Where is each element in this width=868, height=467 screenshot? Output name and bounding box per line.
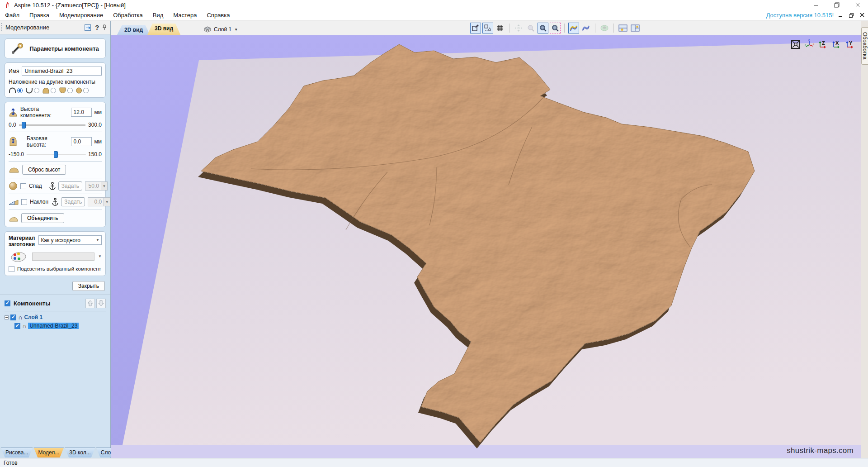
shape-parameters-box: Высота компонента: 12.0 мм 0.0 300.0 [5,102,106,227]
tab-clipart[interactable]: 3D кол... [65,448,95,457]
tilt-set-button[interactable]: Задать [61,197,85,206]
window-title: Aspire 10.512 - {Zamueco[TPC]} - [Новый] [14,2,126,9]
components-visibility-checkbox[interactable] [5,300,10,306]
layer-name[interactable]: Слой 1 [24,314,42,320]
shaded-components-icon[interactable] [568,23,579,33]
mdi-close-button[interactable] [858,12,866,19]
layout-2d3d-icon[interactable] [618,23,628,33]
menu-view[interactable]: Вид [148,10,169,20]
tab-toolpaths-flyout[interactable]: Обработка [861,27,868,65]
y-axis-view-icon[interactable]: Y [844,39,855,50]
color-select-arrow-icon[interactable]: ▼ [98,254,102,258]
tab-2d-view[interactable]: 2D вид [117,25,150,35]
component-name-input[interactable]: Unnamed-Brazil_23 [22,67,102,76]
viewport-3d[interactable]: zxy Z X Y shustrik-maps.com [111,35,861,458]
toggle-grid-icon[interactable] [495,23,505,33]
component-name[interactable]: Unnamed-Brazil_23 [28,323,79,329]
tilt-checkbox[interactable] [21,199,27,205]
zoom-extents-icon[interactable] [470,23,481,33]
fade-anchor-icon[interactable] [49,182,56,190]
tilt-anchor-icon[interactable] [52,198,58,206]
base-slider-min: -150.0 [9,151,24,157]
component-height-slider[interactable] [19,121,85,129]
panel-pin-icon[interactable] [102,24,107,30]
tilt-value-spinner[interactable]: 0.0 ▼ [88,197,110,206]
layer-selector-arrow-icon[interactable]: ▼ [234,28,238,32]
move-component-up-button[interactable] [85,299,95,308]
svg-text:y: y [805,43,806,46]
combine-add-icon [9,87,16,94]
active-layer-selector[interactable]: Слой 1 [214,26,231,33]
close-button[interactable]: Закрыть [72,281,105,291]
viewport-canvas[interactable] [111,35,861,458]
base-height-slider[interactable] [27,151,85,158]
update-version-link[interactable]: Доступна версия 10.515! [766,12,834,19]
component-color-select[interactable] [32,253,94,261]
highlight-component-checkbox[interactable] [9,266,14,272]
palette-icon[interactable] [9,251,28,262]
combine-subtract-radio[interactable] [34,88,39,93]
view-toolbar: 2D вид 3D вид Слой 1 ▼ [111,21,861,35]
zoom-to-drawing-icon[interactable] [482,23,493,33]
move-component-down-button[interactable] [96,299,106,308]
panel-header: Моделирование ? [0,21,110,34]
component-checkbox[interactable] [14,323,20,329]
layer-checkbox[interactable] [10,315,16,320]
reset-heights-button[interactable]: Сброс высот [22,165,66,175]
component-height-unit: мм [94,109,102,115]
panel-switch-icon[interactable] [85,24,92,31]
window-close-button[interactable] [847,0,868,10]
tilt-spinner-drop-icon[interactable]: ▼ [104,198,110,206]
combine-merge-low-radio[interactable] [67,88,73,93]
base-height-input[interactable]: 0.0 [71,137,92,146]
tab-drawing[interactable]: Рисова... [1,448,33,457]
component-properties-box: Параметры компонента [5,38,106,58]
left-panel-tabs: Рисова... Модел... 3D кол... Слои [0,447,110,458]
iso-view-icon[interactable]: zxy [804,39,815,50]
window-minimize-button[interactable] [806,0,826,10]
window-restore-button[interactable] [826,0,847,10]
menu-gadgets[interactable]: Мастера [168,10,202,20]
fade-checkbox[interactable] [20,183,26,189]
menu-file[interactable]: Файл [0,10,24,20]
zoom-tool-icon[interactable] [525,23,536,33]
panel-help-icon[interactable]: ? [95,24,99,31]
tab-3d-view[interactable]: 3D вид [147,24,180,35]
menu-toolpaths[interactable]: Обработка [108,10,148,20]
fade-set-button[interactable]: Задать [58,181,82,191]
fit-view-icon[interactable] [790,39,801,50]
z-axis-view-icon[interactable]: Z [817,39,828,50]
pan-view-icon[interactable] [513,23,524,33]
menu-help[interactable]: Справка [202,10,235,20]
layout-multi-icon[interactable] [630,23,641,33]
menu-modeling[interactable]: Моделирование [54,10,108,20]
tab-modeling[interactable]: Модел... [33,448,64,457]
name-label: Имя [9,68,19,74]
layers-icon [204,26,211,33]
component-tree-row[interactable]: ∩ Unnamed-Brazil_23 [14,322,106,330]
bake-component-button[interactable]: Объединить [21,213,64,223]
layer-tree-row[interactable]: ∩ Слой 1 [5,313,106,322]
combine-merge-high-radio[interactable] [51,88,56,93]
combine-merge-high-icon [42,87,50,94]
panel-drag-grip[interactable] [1,23,3,32]
mdi-restore-button[interactable] [847,12,855,19]
component-outlines-icon[interactable] [580,23,591,33]
zoom-window-icon[interactable] [538,23,548,33]
layer-shape-icon: ∩ [18,315,22,320]
mdi-minimize-button[interactable] [836,12,844,19]
application-window: Aspire 10.512 - {Zamueco[TPC]} - [Новый]… [0,0,868,467]
highlight-component-label: Подсветить выбранный компонент [17,266,101,272]
component-height-input[interactable]: 12.0 [71,108,92,117]
zoom-selected-icon[interactable] [550,23,561,33]
combine-add-radio[interactable] [17,88,23,93]
fade-value-spinner[interactable]: 50.0 ▼ [85,181,108,191]
material-select[interactable]: Как у исходного ▼ [38,235,102,245]
x-axis-view-icon[interactable]: X [831,39,842,50]
combine-multiply-radio[interactable] [83,88,89,93]
layer-expander-icon[interactable] [5,315,9,319]
fade-spinner-drop-icon[interactable]: ▼ [101,182,107,190]
preview-model-icon[interactable] [599,23,610,33]
base-slider-max: 150.0 [88,151,102,157]
menu-edit[interactable]: Правка [24,10,54,20]
